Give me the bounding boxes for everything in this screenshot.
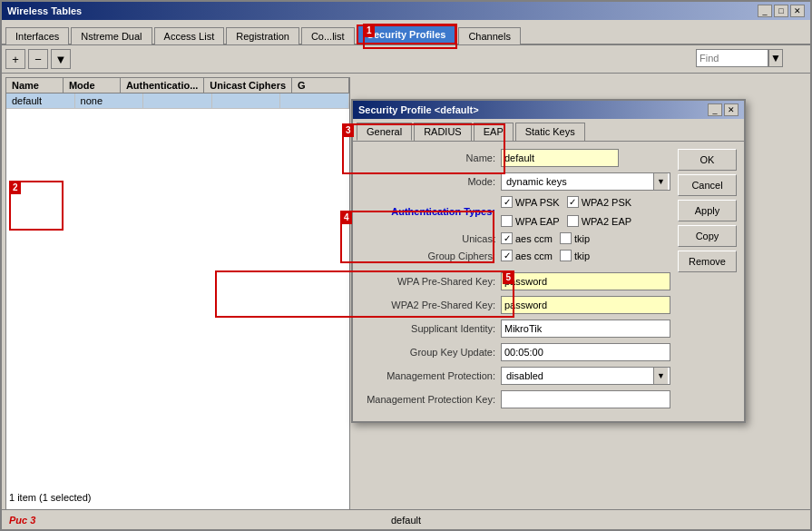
tab-nstreme-dual[interactable]: Nstreme Dual	[71, 27, 152, 44]
wpa-eap-label: WPA EAP	[515, 216, 560, 227]
col-auth: Authenticatio...	[121, 78, 204, 93]
wpa-psk-label: WPA PSK	[515, 197, 560, 208]
dialog-minimize-button[interactable]: _	[708, 103, 722, 116]
status-center: default	[391, 515, 421, 526]
dialog-close-button[interactable]: ✕	[724, 103, 739, 116]
status-left: Рис 3	[9, 515, 35, 526]
main-window: Wireless Tables _ □ ✕ Interfaces Nstreme…	[0, 0, 812, 531]
content-area: Name Mode Authenticatio... Unicast Ciphe…	[2, 74, 810, 528]
mode-value: dynamic keys	[504, 176, 653, 187]
wpa-psk-item: WPA PSK	[501, 196, 560, 208]
unicast-aes-label: aes ccm	[515, 233, 553, 244]
dialog-tab-static-keys[interactable]: Static Keys	[515, 123, 585, 141]
wpa2-eap-label: WPA2 EAP	[582, 216, 631, 227]
col-name: Name	[6, 78, 64, 93]
find-input[interactable]	[696, 49, 768, 67]
mode-dropdown-arrow[interactable]: ▼	[653, 173, 668, 190]
mode-select[interactable]: dynamic keys ▼	[501, 172, 670, 191]
col-mode: Mode	[64, 78, 121, 93]
unicast-row: Unicast aes ccm tkip	[360, 232, 670, 244]
name-row: Name: 3	[360, 149, 670, 167]
table-row[interactable]: default none	[6, 93, 349, 109]
filter-button[interactable]: ▼	[51, 49, 71, 69]
mgmt-protection-label: Management Protection:	[360, 370, 501, 381]
mgmt-protection-row: Management Protection: disabled ▼	[360, 367, 670, 385]
unicast-tkip-checkbox[interactable]	[560, 232, 572, 244]
supplicant-input[interactable]	[501, 320, 670, 338]
name-label: Name:	[360, 152, 501, 163]
find-bar: ▼	[696, 49, 783, 67]
name-input[interactable]	[501, 149, 619, 167]
dialog-title: Security Profile <default>	[358, 104, 479, 115]
wpa2-psk-item: WPA2 PSK	[567, 196, 631, 208]
group-key-label: Group Key Update:	[360, 347, 501, 358]
unicast-aes-item: aes ccm	[501, 232, 553, 244]
wpa2-psk-label: WPA2 PSK	[582, 197, 631, 208]
unicast-checkboxes: aes ccm tkip	[501, 232, 670, 244]
cell-group	[280, 93, 349, 108]
mode-row: Mode: dynamic keys ▼	[360, 172, 670, 191]
group-aes-item: aes ccm	[501, 250, 553, 261]
ok-button[interactable]: OK	[678, 149, 737, 171]
dialog-title-bar: Security Profile <default> _ ✕	[353, 101, 744, 119]
tab-bar: Interfaces Nstreme Dual Access List Regi…	[2, 20, 810, 45]
supplicant-label: Supplicant Identity:	[360, 323, 501, 334]
group-tkip-item: tkip	[560, 250, 590, 261]
copy-button[interactable]: Copy	[678, 225, 737, 247]
dialog-tab-general[interactable]: General	[357, 123, 412, 141]
group-aes-checkbox[interactable]	[501, 250, 513, 261]
dialog-tab-bar: General RADIUS EAP Static Keys	[353, 119, 744, 142]
unicast-label: Unicast	[360, 233, 501, 244]
wpa2-psk-input[interactable]	[501, 296, 670, 314]
group-aes-label: aes ccm	[515, 251, 553, 261]
tab-colist[interactable]: Co...list	[301, 27, 355, 44]
wpa-eap-item: WPA EAP	[501, 215, 560, 227]
table-area: Name Mode Authenticatio... Unicast Ciphe…	[5, 77, 350, 525]
unicast-tkip-item: tkip	[560, 232, 590, 244]
col-unicast: Unicast Ciphers	[204, 78, 292, 93]
security-profile-dialog: Security Profile <default> _ ✕ General R…	[351, 99, 746, 423]
cancel-button[interactable]: Cancel	[678, 174, 737, 196]
wpa-eap-checkbox[interactable]	[501, 215, 513, 227]
remove-button[interactable]: −	[28, 49, 48, 69]
mgmt-protection-select[interactable]: disabled ▼	[501, 367, 670, 385]
unicast-aes-checkbox[interactable]	[501, 232, 513, 244]
wpa2-psk-row: WPA2 Pre-Shared Key:	[360, 296, 670, 314]
remove-button[interactable]: Remove	[678, 251, 737, 272]
apply-button[interactable]: Apply	[678, 200, 737, 221]
mgmt-protection-key-input[interactable]	[501, 390, 670, 408]
wpa-psk-checkbox[interactable]	[501, 196, 513, 208]
window-title: Wireless Tables	[7, 5, 82, 16]
wpa2-psk-checkbox[interactable]	[567, 196, 579, 208]
dialog-tab-eap[interactable]: EAP	[474, 123, 514, 141]
group-tkip-checkbox[interactable]	[560, 250, 572, 261]
group-checkboxes: aes ccm tkip	[501, 250, 670, 261]
dialog-buttons: OK Cancel Apply Copy Remove	[678, 149, 737, 414]
tab-security-profiles[interactable]: Security Profiles	[357, 25, 457, 44]
supplicant-row: Supplicant Identity:	[360, 320, 670, 338]
find-dropdown-button[interactable]: ▼	[768, 49, 783, 67]
mgmt-protection-arrow[interactable]: ▼	[653, 368, 668, 384]
group-key-input[interactable]	[501, 343, 670, 361]
tab-channels[interactable]: Channels	[458, 27, 520, 44]
wpa-psk-input[interactable]	[501, 272, 670, 290]
tab-registration[interactable]: Registration	[226, 27, 299, 44]
mgmt-protection-key-label: Management Protection Key:	[360, 394, 501, 405]
cell-name: default	[6, 93, 75, 108]
cell-unicast	[212, 93, 281, 108]
minimize-button[interactable]: _	[758, 5, 772, 17]
maximize-button[interactable]: □	[774, 5, 788, 17]
close-button[interactable]: ✕	[790, 5, 805, 17]
wpa2-eap-item: WPA2 EAP	[567, 215, 631, 227]
tab-access-list[interactable]: Access List	[154, 27, 225, 44]
unicast-tkip-label: tkip	[574, 233, 590, 244]
wpa2-eap-checkbox[interactable]	[567, 215, 579, 227]
col-group: G	[292, 78, 349, 93]
cell-mode: none	[75, 93, 144, 108]
dialog-tab-radius[interactable]: RADIUS	[414, 123, 472, 141]
auth-types-label: Authentication Types:	[360, 206, 501, 217]
title-bar: Wireless Tables _ □ ✕	[2, 2, 810, 20]
add-button[interactable]: +	[5, 49, 25, 69]
auth-types-row: Authentication Types: WPA PSK WPA2 PSK	[360, 196, 670, 227]
tab-interfaces[interactable]: Interfaces	[5, 27, 69, 44]
